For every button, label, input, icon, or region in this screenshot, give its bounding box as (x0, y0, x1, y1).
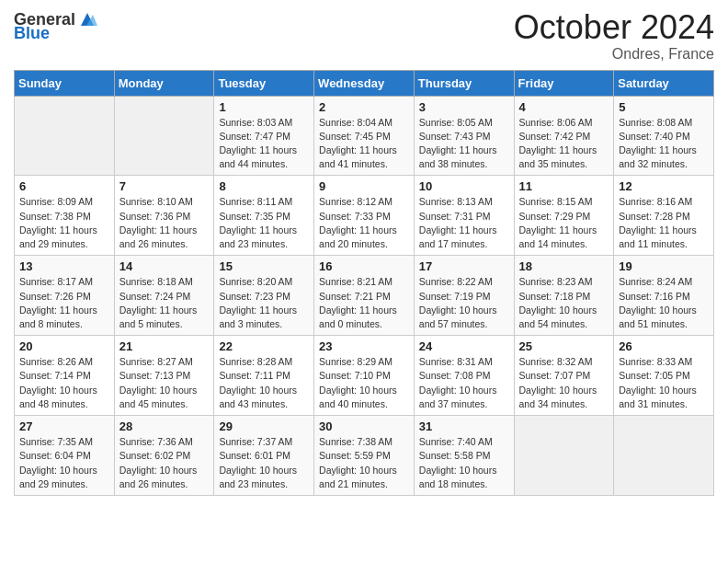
cell-info: Sunrise: 8:27 AM Sunset: 7:13 PM Dayligh… (119, 355, 210, 411)
col-header-thursday: Thursday (414, 70, 514, 96)
day-number: 2 (319, 100, 409, 114)
cell-info: Sunrise: 8:13 AM Sunset: 7:31 PM Dayligh… (419, 195, 509, 251)
day-number: 29 (219, 419, 309, 433)
header-row: SundayMondayTuesdayWednesdayThursdayFrid… (15, 70, 714, 96)
day-number: 7 (119, 179, 210, 193)
page-header: General Blue October 2024 Ondres, France (14, 9, 714, 63)
cell-info: Sunrise: 8:09 AM Sunset: 7:38 PM Dayligh… (19, 195, 109, 251)
calendar-cell: 6Sunrise: 8:09 AM Sunset: 7:38 PM Daylig… (15, 176, 115, 256)
calendar-cell: 28Sunrise: 7:36 AM Sunset: 6:02 PM Dayli… (114, 416, 214, 496)
day-number: 21 (119, 339, 210, 353)
calendar-cell: 7Sunrise: 8:10 AM Sunset: 7:36 PM Daylig… (114, 176, 214, 256)
day-number: 6 (19, 179, 109, 193)
cell-info: Sunrise: 7:40 AM Sunset: 5:58 PM Dayligh… (419, 435, 509, 491)
cell-info: Sunrise: 8:12 AM Sunset: 7:33 PM Dayligh… (319, 195, 409, 251)
calendar-cell: 5Sunrise: 8:08 AM Sunset: 7:40 PM Daylig… (614, 96, 714, 176)
calendar-cell: 14Sunrise: 8:18 AM Sunset: 7:24 PM Dayli… (114, 256, 214, 336)
cell-info: Sunrise: 8:18 AM Sunset: 7:24 PM Dayligh… (119, 275, 210, 331)
calendar-cell: 20Sunrise: 8:26 AM Sunset: 7:14 PM Dayli… (15, 336, 115, 416)
day-number: 4 (519, 100, 609, 114)
calendar-cell: 15Sunrise: 8:20 AM Sunset: 7:23 PM Dayli… (214, 256, 314, 336)
day-number: 9 (319, 179, 409, 193)
day-number: 23 (319, 339, 409, 353)
day-number: 15 (219, 259, 309, 273)
cell-info: Sunrise: 8:28 AM Sunset: 7:11 PM Dayligh… (219, 355, 309, 411)
cell-info: Sunrise: 8:22 AM Sunset: 7:19 PM Dayligh… (419, 275, 509, 331)
col-header-monday: Monday (114, 70, 214, 96)
cell-info: Sunrise: 7:36 AM Sunset: 6:02 PM Dayligh… (119, 435, 210, 491)
calendar-cell: 29Sunrise: 7:37 AM Sunset: 6:01 PM Dayli… (214, 416, 314, 496)
cell-info: Sunrise: 8:15 AM Sunset: 7:29 PM Dayligh… (519, 195, 609, 251)
day-number: 30 (319, 419, 409, 433)
week-row-4: 20Sunrise: 8:26 AM Sunset: 7:14 PM Dayli… (15, 336, 714, 416)
day-number: 25 (519, 339, 609, 353)
cell-info: Sunrise: 7:37 AM Sunset: 6:01 PM Dayligh… (219, 435, 309, 491)
col-header-saturday: Saturday (614, 70, 714, 96)
calendar-cell (514, 416, 614, 496)
col-header-friday: Friday (514, 70, 614, 96)
calendar-cell: 27Sunrise: 7:35 AM Sunset: 6:04 PM Dayli… (15, 416, 115, 496)
cell-info: Sunrise: 8:10 AM Sunset: 7:36 PM Dayligh… (119, 195, 210, 251)
cell-info: Sunrise: 8:23 AM Sunset: 7:18 PM Dayligh… (519, 275, 609, 331)
cell-info: Sunrise: 8:08 AM Sunset: 7:40 PM Dayligh… (619, 116, 709, 172)
calendar-cell: 18Sunrise: 8:23 AM Sunset: 7:18 PM Dayli… (514, 256, 614, 336)
day-number: 14 (119, 259, 210, 273)
day-number: 26 (619, 339, 709, 353)
calendar-cell: 23Sunrise: 8:29 AM Sunset: 7:10 PM Dayli… (314, 336, 415, 416)
day-number: 19 (619, 259, 709, 273)
cell-info: Sunrise: 8:16 AM Sunset: 7:28 PM Dayligh… (619, 195, 709, 251)
col-header-wednesday: Wednesday (314, 70, 415, 96)
calendar-cell: 13Sunrise: 8:17 AM Sunset: 7:26 PM Dayli… (15, 256, 115, 336)
day-number: 13 (19, 259, 109, 273)
calendar-cell: 16Sunrise: 8:21 AM Sunset: 7:21 PM Dayli… (314, 256, 415, 336)
cell-info: Sunrise: 8:33 AM Sunset: 7:05 PM Dayligh… (619, 355, 709, 411)
logo: General Blue (14, 9, 97, 43)
calendar-cell: 8Sunrise: 8:11 AM Sunset: 7:35 PM Daylig… (214, 176, 314, 256)
day-number: 3 (419, 100, 509, 114)
cell-info: Sunrise: 8:26 AM Sunset: 7:14 PM Dayligh… (19, 355, 109, 411)
logo-icon (77, 9, 97, 29)
day-number: 31 (419, 419, 509, 433)
calendar-cell (114, 96, 214, 176)
calendar-cell: 24Sunrise: 8:31 AM Sunset: 7:08 PM Dayli… (414, 336, 514, 416)
calendar-cell: 2Sunrise: 8:04 AM Sunset: 7:45 PM Daylig… (314, 96, 415, 176)
cell-info: Sunrise: 8:31 AM Sunset: 7:08 PM Dayligh… (419, 355, 509, 411)
week-row-3: 13Sunrise: 8:17 AM Sunset: 7:26 PM Dayli… (15, 256, 714, 336)
calendar-cell: 10Sunrise: 8:13 AM Sunset: 7:31 PM Dayli… (414, 176, 514, 256)
calendar-cell: 3Sunrise: 8:05 AM Sunset: 7:43 PM Daylig… (414, 96, 514, 176)
cell-info: Sunrise: 7:35 AM Sunset: 6:04 PM Dayligh… (19, 435, 109, 491)
day-number: 22 (219, 339, 309, 353)
location-title: Ondres, France (514, 46, 714, 63)
day-number: 28 (119, 419, 210, 433)
calendar-cell: 19Sunrise: 8:24 AM Sunset: 7:16 PM Dayli… (614, 256, 714, 336)
calendar-cell (614, 416, 714, 496)
week-row-1: 1Sunrise: 8:03 AM Sunset: 7:47 PM Daylig… (15, 96, 714, 176)
day-number: 8 (219, 179, 309, 193)
cell-info: Sunrise: 8:06 AM Sunset: 7:42 PM Dayligh… (519, 116, 609, 172)
cell-info: Sunrise: 8:24 AM Sunset: 7:16 PM Dayligh… (619, 275, 709, 331)
calendar-cell: 25Sunrise: 8:32 AM Sunset: 7:07 PM Dayli… (514, 336, 614, 416)
cell-info: Sunrise: 8:04 AM Sunset: 7:45 PM Dayligh… (319, 116, 409, 172)
logo-blue: Blue (14, 24, 50, 43)
calendar-cell: 12Sunrise: 8:16 AM Sunset: 7:28 PM Dayli… (614, 176, 714, 256)
col-header-sunday: Sunday (15, 70, 115, 96)
week-row-2: 6Sunrise: 8:09 AM Sunset: 7:38 PM Daylig… (15, 176, 714, 256)
day-number: 16 (319, 259, 409, 273)
cell-info: Sunrise: 8:29 AM Sunset: 7:10 PM Dayligh… (319, 355, 409, 411)
cell-info: Sunrise: 8:05 AM Sunset: 7:43 PM Dayligh… (419, 116, 509, 172)
day-number: 11 (519, 179, 609, 193)
cell-info: Sunrise: 8:03 AM Sunset: 7:47 PM Dayligh… (219, 116, 309, 172)
col-header-tuesday: Tuesday (214, 70, 314, 96)
cell-info: Sunrise: 8:11 AM Sunset: 7:35 PM Dayligh… (219, 195, 309, 251)
day-number: 1 (219, 100, 309, 114)
day-number: 18 (519, 259, 609, 273)
calendar-cell (15, 96, 115, 176)
day-number: 20 (19, 339, 109, 353)
calendar-cell: 4Sunrise: 8:06 AM Sunset: 7:42 PM Daylig… (514, 96, 614, 176)
day-number: 24 (419, 339, 509, 353)
day-number: 10 (419, 179, 509, 193)
day-number: 12 (619, 179, 709, 193)
calendar-cell: 17Sunrise: 8:22 AM Sunset: 7:19 PM Dayli… (414, 256, 514, 336)
cell-info: Sunrise: 8:20 AM Sunset: 7:23 PM Dayligh… (219, 275, 309, 331)
cell-info: Sunrise: 8:21 AM Sunset: 7:21 PM Dayligh… (319, 275, 409, 331)
